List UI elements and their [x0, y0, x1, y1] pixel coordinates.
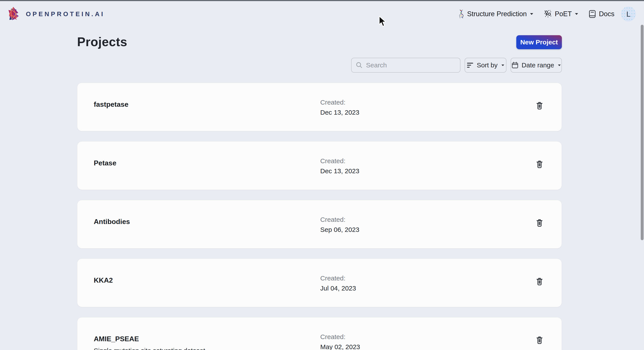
trash-icon — [536, 278, 543, 286]
trash-icon — [536, 160, 543, 169]
date-range-button[interactable]: Date range — [510, 58, 562, 73]
project-name: Antibodies — [94, 217, 130, 226]
page-title: Projects — [77, 34, 127, 49]
project-card-antibodies[interactable]: Antibodies Created: Sep 06, 2023 — [77, 200, 562, 248]
nav-docs-label: Docs — [599, 10, 614, 18]
project-card-petase[interactable]: Petase Created: Dec 13, 2023 — [77, 141, 562, 190]
created-label: Created: — [320, 157, 359, 165]
project-card-amie-pseae[interactable]: AMIE_PSEAE Single mutation site saturati… — [77, 317, 562, 350]
trash-icon — [536, 336, 543, 345]
nav-docs[interactable]: Docs — [588, 10, 614, 18]
circles-icon — [544, 10, 552, 18]
created-date: May 02, 2023 — [320, 343, 360, 350]
delete-project-button[interactable] — [534, 218, 545, 228]
brand-logo-link[interactable]: OPENPROTEIN.AI — [6, 6, 105, 22]
created-label: Created: — [320, 98, 359, 107]
avatar-initial: L — [626, 10, 631, 18]
main-nav: Structure Prediction — [458, 9, 614, 18]
created-date: Dec 13, 2023 — [320, 167, 359, 175]
project-name: fastpetase — [94, 100, 128, 109]
brand-name: OPENPROTEIN.AI — [26, 10, 105, 18]
project-card-kka2[interactable]: KKA2 Created: Jul 04, 2023 — [77, 259, 562, 307]
calendar-icon — [512, 61, 518, 69]
project-card-fastpetase[interactable]: fastpetase Created: Dec 13, 2023 — [77, 83, 562, 131]
delete-project-button[interactable] — [534, 335, 545, 346]
created-block: Created: Sep 06, 2023 — [320, 215, 360, 234]
created-block: Created: Dec 13, 2023 — [320, 157, 359, 175]
project-description: Single mutation site saturating dataset — [94, 347, 205, 350]
delete-project-button[interactable] — [534, 277, 545, 287]
chevron-down-icon — [530, 13, 534, 15]
sort-by-button[interactable]: Sort by — [464, 58, 506, 73]
nav-poet-label: PoET — [555, 10, 572, 18]
created-block: Created: May 02, 2023 — [320, 333, 360, 350]
project-name: Petase — [94, 159, 116, 167]
scrollbar-thumb[interactable] — [641, 25, 644, 240]
nav-structure-prediction[interactable]: Structure Prediction — [458, 9, 534, 18]
project-name: KKA2 — [94, 276, 113, 285]
project-list: fastpetase Created: Dec 13, 2023 Petase … — [77, 83, 562, 350]
created-date: Jul 04, 2023 — [320, 284, 356, 293]
search-input[interactable] — [366, 61, 456, 69]
chevron-down-icon — [575, 13, 578, 15]
search-icon — [356, 61, 363, 69]
dna-icon — [458, 9, 464, 18]
date-range-label: Date range — [522, 61, 554, 69]
user-avatar[interactable]: L — [621, 6, 636, 21]
created-block: Created: Jul 04, 2023 — [320, 274, 356, 293]
search-box — [351, 58, 460, 73]
nav-poet[interactable]: PoET — [544, 10, 578, 18]
chevron-down-icon — [558, 64, 561, 66]
trash-icon — [536, 102, 543, 110]
created-block: Created: Dec 13, 2023 — [320, 98, 359, 117]
trash-icon — [536, 219, 543, 227]
created-label: Created: — [320, 333, 360, 341]
sort-by-label: Sort by — [477, 61, 498, 69]
created-label: Created: — [320, 274, 356, 282]
new-project-button[interactable]: New Project — [516, 35, 562, 49]
top-navigation-bar: OPENPROTEIN.AI Structure Prediction — [0, 1, 644, 27]
created-date: Sep 06, 2023 — [320, 225, 360, 234]
sort-lines-icon — [466, 62, 474, 68]
delete-project-button[interactable] — [534, 101, 545, 111]
delete-project-button[interactable] — [534, 159, 545, 170]
docs-icon — [588, 10, 596, 18]
project-name: AMIE_PSEAE — [94, 335, 139, 343]
nav-structure-prediction-label: Structure Prediction — [467, 10, 527, 18]
created-label: Created: — [320, 215, 360, 224]
openprotein-logo-icon — [6, 6, 20, 22]
chevron-down-icon — [501, 64, 504, 66]
created-date: Dec 13, 2023 — [320, 108, 359, 117]
